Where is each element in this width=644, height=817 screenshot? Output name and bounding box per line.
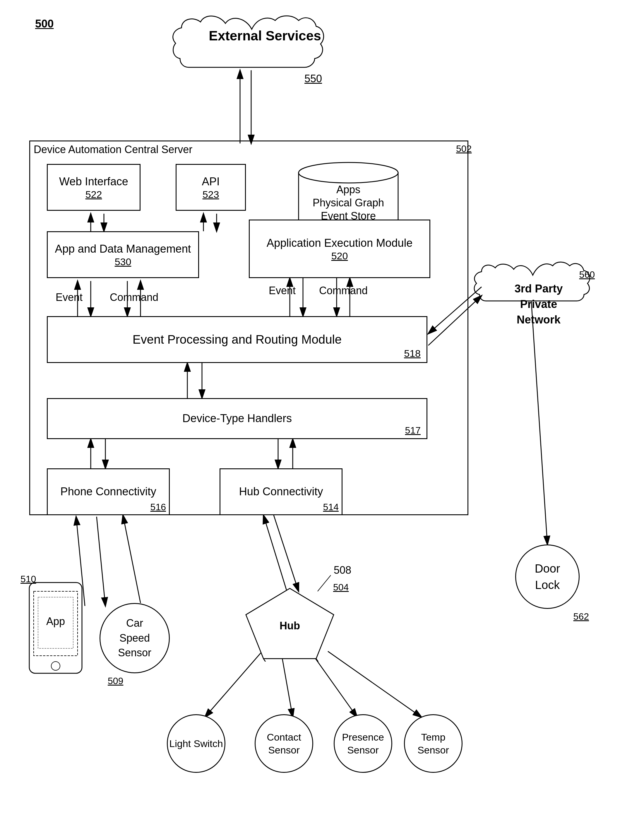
third-party-label3: Network bbox=[517, 314, 561, 326]
phone-device: App bbox=[23, 579, 88, 685]
server-number: 502 bbox=[456, 143, 472, 154]
contact-sensor: Contact Sensor bbox=[255, 714, 313, 773]
car-speed-sensor: Car Speed Sensor bbox=[100, 603, 170, 673]
phone-device-number: 510 bbox=[20, 574, 36, 585]
svg-line-49 bbox=[316, 659, 319, 662]
hub-conn-label: Hub Connectivity bbox=[239, 484, 323, 499]
phone-conn-number: 516 bbox=[150, 502, 166, 513]
door-lock-number: 562 bbox=[573, 611, 589, 622]
diagram-container: Event Command Event Command 508 500 Exte… bbox=[0, 0, 644, 817]
light-switch-sensor: Light Switch bbox=[167, 714, 225, 773]
app-data-mgmt-box: App and Data Management 530 bbox=[47, 231, 199, 278]
contact-sensor-label: Contact Sensor bbox=[256, 731, 312, 756]
app-data-mgmt-number: 530 bbox=[55, 256, 191, 268]
svg-text:Hub: Hub bbox=[279, 620, 300, 632]
third-party-number: 560 bbox=[579, 269, 595, 280]
phone-conn-label: Phone Connectivity bbox=[60, 484, 156, 499]
external-services-label: External Services bbox=[201, 28, 329, 44]
device-handlers-box: Device-Type Handlers 517 bbox=[47, 398, 427, 439]
door-lock-label1: Door bbox=[535, 562, 560, 575]
api-number: 523 bbox=[202, 189, 219, 200]
svg-line-27 bbox=[264, 515, 287, 591]
app-data-mgmt-label: App and Data Management bbox=[55, 242, 191, 256]
svg-text:Physical Graph: Physical Graph bbox=[313, 197, 384, 209]
app-exec-box: Application Execution Module 520 bbox=[249, 219, 430, 278]
event-proc-number: 518 bbox=[404, 348, 421, 359]
svg-line-34 bbox=[531, 302, 547, 544]
figure-number: 500 bbox=[35, 18, 54, 30]
svg-line-25 bbox=[123, 515, 141, 603]
api-label: API bbox=[202, 175, 219, 189]
web-interface-label: Web Interface bbox=[59, 175, 128, 189]
svg-line-31 bbox=[328, 651, 422, 717]
web-interface-box: Web Interface 522 bbox=[47, 164, 141, 211]
third-party-label1: 3rd Party bbox=[515, 282, 563, 295]
phone-conn-box: Phone Connectivity 516 bbox=[47, 468, 170, 515]
third-party-label: 3rd Party Private Network bbox=[492, 281, 586, 328]
third-party-label2: Private bbox=[520, 298, 557, 310]
event-proc-box: Event Processing and Routing Module 518 bbox=[47, 316, 427, 363]
hub-conn-box: Hub Connectivity 514 bbox=[219, 468, 342, 515]
hub-number: 504 bbox=[333, 582, 349, 593]
web-interface-number: 522 bbox=[86, 189, 102, 200]
presence-sensor-label: Presence Sensor bbox=[334, 731, 391, 756]
external-services-number: 550 bbox=[304, 73, 322, 85]
temp-sensor-label: Temp Sensor bbox=[405, 731, 462, 756]
presence-sensor: Presence Sensor bbox=[334, 714, 392, 773]
light-switch-label: Light Switch bbox=[169, 737, 223, 750]
hub-diamond: Hub bbox=[243, 586, 337, 662]
hub-ref: 508 bbox=[334, 564, 351, 576]
door-lock-label2: Lock bbox=[535, 578, 560, 591]
door-lock: Door Lock bbox=[515, 544, 580, 609]
svg-line-24 bbox=[97, 517, 105, 606]
svg-point-44 bbox=[51, 662, 60, 670]
svg-point-37 bbox=[299, 162, 398, 183]
temp-sensor: Temp Sensor bbox=[404, 714, 463, 773]
event-proc-label: Event Processing and Routing Module bbox=[133, 332, 342, 348]
svg-text:App: App bbox=[46, 615, 65, 627]
api-box: API 523 bbox=[176, 164, 246, 211]
server-label: Device Automation Central Server bbox=[34, 143, 192, 156]
device-handlers-label: Device-Type Handlers bbox=[182, 411, 292, 426]
car-sensor-label1: Car bbox=[126, 617, 143, 629]
device-handlers-number: 517 bbox=[405, 425, 421, 436]
app-exec-label: Application Execution Module bbox=[267, 236, 413, 250]
svg-line-26 bbox=[274, 515, 299, 591]
car-sensor-number: 509 bbox=[108, 676, 123, 687]
hub-conn-number: 514 bbox=[323, 502, 339, 513]
app-exec-number: 520 bbox=[267, 250, 413, 262]
svg-text:Apps: Apps bbox=[336, 184, 360, 196]
car-sensor-label2: Speed bbox=[120, 632, 150, 644]
car-sensor-label3: Sensor bbox=[118, 647, 151, 659]
